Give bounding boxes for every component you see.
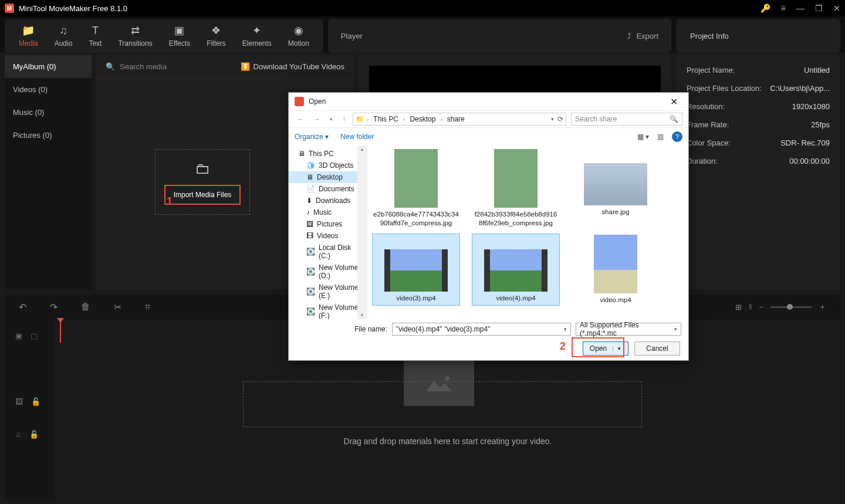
zoom-grid-icon[interactable]: ⊞ xyxy=(735,303,742,312)
filetype-select[interactable]: All Supported Files (*.mp4;*.mc ▾ xyxy=(576,323,681,336)
zoom-in-button[interactable]: ＋ xyxy=(819,302,826,312)
tree-node[interactable]: 💽New Volume (E:) xyxy=(289,282,367,302)
filename-value: "video(4).mp4" "video(3).mp4" xyxy=(396,325,490,333)
maximize-button[interactable]: ❐ xyxy=(815,4,823,13)
view-mode-button[interactable]: ▦ ▾ xyxy=(637,133,649,141)
tree-node[interactable]: 🖥This PC xyxy=(289,148,367,160)
lock-icon[interactable]: 🔓 xyxy=(31,397,40,406)
chevron-down-icon[interactable]: ▾ xyxy=(551,116,554,122)
sidebar-item[interactable]: Pictures (0) xyxy=(5,124,92,147)
tab-media[interactable]: 📁Media xyxy=(11,22,46,50)
tab-effects[interactable]: ▣Effects xyxy=(161,22,198,50)
folder-tree[interactable]: 🖥This PC🧊3D Objects🖥Desktop📄Documents⬇Do… xyxy=(289,146,367,319)
tree-node[interactable]: ♪Music xyxy=(289,207,367,218)
file-thumbnail xyxy=(494,149,538,208)
dialog-footer: File name: "video(4).mp4" "video(3).mp4"… xyxy=(289,319,688,363)
delete-button[interactable]: 🗑 xyxy=(81,302,90,312)
tree-node[interactable]: 💽Local Disk (C:) xyxy=(289,242,367,262)
file-item[interactable]: video.mp4 xyxy=(572,234,660,306)
zoom-out-button[interactable]: − xyxy=(759,303,763,312)
file-name-label: video.mp4 xyxy=(573,296,658,305)
dialog-close-button[interactable]: ✕ xyxy=(665,95,682,109)
tree-node[interactable]: 🖥Desktop xyxy=(289,171,367,183)
tab-motion[interactable]: ◉Motion xyxy=(280,22,317,50)
nav-up-button[interactable]: ↑ xyxy=(340,114,348,124)
overlay-icon[interactable]: ▣ xyxy=(15,332,22,340)
chevron-down-icon[interactable]: ▾ xyxy=(564,326,567,332)
organize-button[interactable]: Organize ▾ xyxy=(295,133,329,141)
tree-node[interactable]: 🎞Videos xyxy=(289,230,367,242)
preview-pane-button[interactable]: ▥ xyxy=(657,133,664,141)
menu-icon[interactable]: ≡ xyxy=(781,4,786,13)
tree-scrollbar[interactable] xyxy=(357,146,367,319)
tree-node[interactable]: 💽New Volume (D:) xyxy=(289,262,367,282)
breadcrumb-segment[interactable]: Desktop xyxy=(407,115,438,123)
audio-track-icon[interactable]: ♫ xyxy=(15,430,21,439)
tab-audio[interactable]: ♫Audio xyxy=(46,22,81,50)
breadcrumb-bar[interactable]: 📁 › This PC›Desktop›share▾⟳ xyxy=(353,113,566,126)
cancel-button[interactable]: Cancel xyxy=(634,341,680,356)
tab-transitions[interactable]: ⇄Transitions xyxy=(110,22,160,50)
project-info-row: Resolution:1920x1080 xyxy=(687,102,830,111)
search-media-input[interactable]: 🔍 Search media xyxy=(106,62,231,71)
crop-button[interactable]: ⌗ xyxy=(145,302,150,312)
file-item[interactable]: video(4).mp4 xyxy=(472,234,560,306)
nav-recent-button[interactable]: ▾ xyxy=(327,115,335,123)
tab-label: Effects xyxy=(169,39,190,48)
tab-elements[interactable]: ✦Elements xyxy=(234,22,280,50)
key-icon[interactable]: 🔑 xyxy=(760,4,770,13)
tree-node-icon: 🖥 xyxy=(298,150,305,158)
sidebar-item[interactable]: Music (0) xyxy=(5,101,92,124)
media-toolbar: 🔍 Search media ⏬ Download YouTube Videos xyxy=(96,55,354,79)
file-name-label: e2b76088ca4e77743433c3490faffd7e_compres… xyxy=(373,210,459,228)
dialog-search-input[interactable]: Search share 🔍 xyxy=(571,113,682,126)
breadcrumb-segment[interactable]: share xyxy=(445,115,467,123)
tree-node[interactable]: 📄Documents xyxy=(289,183,367,195)
undo-button[interactable]: ↶ xyxy=(19,302,26,313)
file-item[interactable]: f2842b3933f84e58eb8d9168f6fe29eb_compres… xyxy=(472,148,560,229)
file-item[interactable]: video(3).mp4 xyxy=(372,234,460,306)
image-track-icon[interactable]: 🖼 xyxy=(15,397,23,406)
filename-input[interactable]: "video(4).mp4" "video(3).mp4" ▾ xyxy=(392,323,571,336)
download-youtube-button[interactable]: ⏬ Download YouTube Videos xyxy=(241,62,344,71)
sidebar-item[interactable]: Videos (0) xyxy=(5,78,92,101)
download-label: Download YouTube Videos xyxy=(254,62,344,71)
cut-button[interactable]: ✂ xyxy=(114,302,121,313)
overlay2-icon[interactable]: ▢ xyxy=(31,332,38,340)
file-thumbnail xyxy=(384,249,448,292)
import-media-button[interactable]: 🗀 Import Media Files xyxy=(155,149,250,215)
zoom-snap-icon[interactable]: ⦀ xyxy=(749,302,752,312)
playhead[interactable] xyxy=(60,319,61,343)
close-button[interactable]: ✕ xyxy=(833,4,840,13)
project-info-row: Frame Rate:25fps xyxy=(687,120,830,129)
tree-node[interactable]: 💽New Volume (F:) xyxy=(289,302,367,319)
file-list[interactable]: e2b76088ca4e77743433c3490faffd7e_compres… xyxy=(367,146,688,319)
app-title: MiniTool MovieMaker Free 8.1.0 xyxy=(19,4,760,13)
search-icon: 🔍 xyxy=(670,115,678,123)
tree-node[interactable]: 🧊3D Objects xyxy=(289,160,367,171)
nav-back-button[interactable]: ← xyxy=(295,114,306,124)
lock-icon[interactable]: 🔓 xyxy=(29,430,39,439)
tree-node-label: This PC xyxy=(309,150,334,158)
file-item[interactable]: e2b76088ca4e77743433c3490faffd7e_compres… xyxy=(372,148,460,229)
open-button[interactable]: Open ▼ xyxy=(583,341,628,356)
tab-filters[interactable]: ❖Filters xyxy=(198,22,234,50)
minimize-button[interactable]: — xyxy=(796,4,805,13)
app-logo: M xyxy=(5,4,14,13)
refresh-icon[interactable]: ⟳ xyxy=(557,115,563,123)
timeline-drop-zone[interactable] xyxy=(243,381,642,427)
file-item[interactable]: share.jpg xyxy=(572,148,660,229)
sidebar-item[interactable]: MyAlbum (0) xyxy=(5,55,92,78)
tab-text[interactable]: TText xyxy=(80,22,110,50)
tree-node[interactable]: 🖼Pictures xyxy=(289,218,367,230)
redo-button[interactable]: ↷ xyxy=(50,302,58,313)
export-button[interactable]: ⤴ Export xyxy=(627,32,658,40)
project-info-row: Project Name:Untitled xyxy=(687,66,830,75)
tree-node[interactable]: ⬇Downloads xyxy=(289,195,367,207)
nav-forward-button[interactable]: → xyxy=(311,114,323,124)
breadcrumb-segment[interactable]: This PC xyxy=(371,115,401,123)
help-icon[interactable]: ? xyxy=(672,131,682,142)
dialog-app-icon xyxy=(295,97,304,106)
zoom-slider[interactable] xyxy=(770,306,812,308)
new-folder-button[interactable]: New folder xyxy=(340,133,374,141)
